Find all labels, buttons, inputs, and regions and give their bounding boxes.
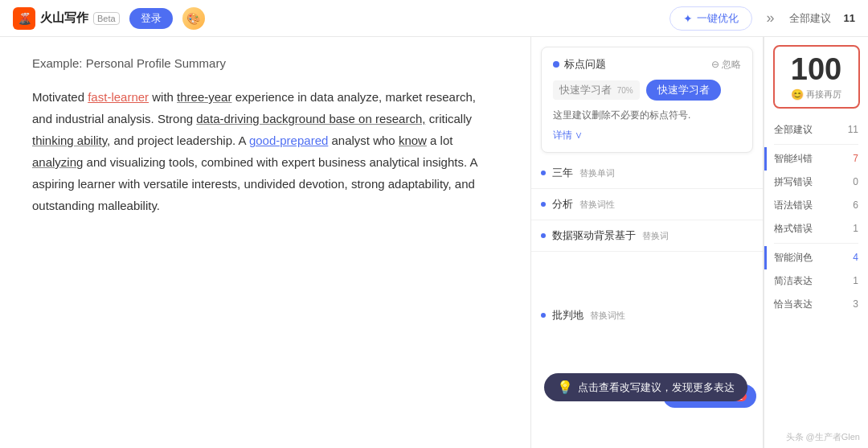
suggestion-item-2[interactable]: 分析 替换词性 [531,189,763,220]
sugg-text-2: 分析 [552,197,573,212]
card-desc: 这里建议删除不必要的标点符号. [553,109,741,122]
logo-area: 🌋 火山写作 Beta [13,7,120,30]
right-panel: 100 😊 再接再厉 全部建议 11 智能纠错 7 拼写错误 0 语法错误 [764,37,868,448]
sugg-tag-2[interactable]: 替换词性 [579,199,615,211]
card-dot [553,61,559,68]
sugg-dot-3 [541,233,546,238]
highlight-fast-learner[interactable]: fast-learner [88,90,149,104]
menu-count-spelling: 0 [853,176,858,187]
score-sub-text: 再接再厉 [806,88,841,101]
main-layout: Example: Personal Profile Summary Motiva… [0,37,868,448]
login-button[interactable]: 登录 [129,8,173,29]
suggestions-count: 11 [844,12,855,24]
doc-title: Example: Personal Profile Summary [32,56,498,70]
menu-count-polish: 4 [853,252,858,263]
menu-item-all[interactable]: 全部建议 11 [764,118,868,142]
menu-label-all: 全部建议 [774,123,848,137]
menu-item-concise[interactable]: 简洁表达 1 [764,269,868,293]
sugg-tag-1[interactable]: 替换单词 [579,167,615,179]
nav-more-button[interactable]: » [762,10,780,27]
highlight-good-prepared[interactable]: good-prepared [249,134,328,147]
suggestion-panel: 标点问题 ⊖ 忽略 快速学习者 70% 快速学习者 这里建议删除不必要的标点符号… [530,37,764,448]
suggestions-label: 全部建议 [789,11,831,26]
highlight-thinking-ability[interactable]: thinking ability [32,134,107,147]
beta-badge: Beta [93,12,120,25]
sugg-text-last: 批判地 [552,308,583,323]
suggestion-card: 标点问题 ⊖ 忽略 快速学习者 70% 快速学习者 这里建议删除不必要的标点符号… [541,47,753,153]
menu-divider-1 [774,144,858,145]
menu-item-format[interactable]: 格式错误 1 [764,217,868,240]
menu-label-smart-correct: 智能纠错 [774,152,853,166]
logo-icon: 🌋 [13,7,35,30]
watermark: 头条 @生产者Glen [786,431,860,443]
sugg-dot-1 [541,171,546,175]
doc-content: Motivated fast-learner with three-year e… [32,86,498,216]
optimize-icon: ✦ [683,12,693,25]
sugg-text-1: 三年 [552,166,573,180]
menu-count-appropriate: 3 [853,298,858,310]
sugg-tag-3[interactable]: 替换词 [642,230,669,242]
menu-label-appropriate: 恰当表达 [774,298,853,311]
menu-count-concise: 1 [853,275,858,286]
menu-item-polish[interactable]: 智能润色 4 [764,246,868,269]
original-score: 70% [617,86,633,95]
sugg-text-3: 数据驱动背景基于 [552,228,636,243]
highlight-three-year[interactable]: three-year [177,90,231,104]
original-word: 快速学习者 [559,84,612,96]
menu-count-smart-correct: 7 [853,153,858,164]
menu-label-polish: 智能润色 [774,251,853,265]
card-header: 标点问题 ⊖ 忽略 [553,57,741,72]
menu-count-format: 1 [853,223,858,234]
sugg-dot-2 [541,202,546,207]
card-detail-button[interactable]: 详情 ∨ [553,129,741,142]
suggestion-item-last[interactable]: 批判地 替换词性 [531,300,763,331]
logo-text: 火山写作 [40,10,88,26]
menu-label-format: 格式错误 [774,222,853,236]
highlight-know[interactable]: know [399,134,427,147]
top-navigation: 🌋 火山写作 Beta 登录 🎨 ✦ 一键优化 » 全部建议 11 [0,0,868,37]
card-type: 标点问题 [553,57,606,72]
menu-label-grammar: 语法错误 [774,199,853,212]
tooltip-popup: 💡 点击查看改写建议，发现更多表达 [544,373,747,401]
menu-label-spelling: 拼写错误 [774,175,853,189]
card-ignore-button[interactable]: ⊖ 忽略 [711,58,741,72]
suggestion-item-1[interactable]: 三年 替换单词 [531,158,763,189]
highlight-analyzing[interactable]: analyzing [32,155,83,169]
menu-item-spelling[interactable]: 拼写错误 0 [764,171,868,194]
menu-item-smart-correct[interactable]: 智能纠错 7 [764,147,868,171]
menu-count-all: 11 [848,124,858,135]
suggest-accept-button[interactable]: 快速学习者 [646,80,721,101]
original-text: 快速学习者 70% [553,80,640,100]
menu-item-grammar[interactable]: 语法错误 6 [764,194,868,217]
suggestion-item-3[interactable]: 数据驱动背景基于 替换词 [531,220,763,252]
optimize-label: 一键优化 [697,11,739,26]
score-box: 100 😊 再接再厉 [773,45,860,109]
menu-divider-2 [774,243,858,244]
score-number: 100 [783,53,850,87]
card-compare: 快速学习者 70% 快速学习者 [553,80,741,101]
highlight-data-driving[interactable]: data-driving background base on research… [196,112,425,125]
tooltip-icon: 💡 [557,380,573,395]
menu-label-concise: 简洁表达 [774,274,853,288]
score-emoji: 😊 [791,88,804,101]
tooltip-text: 点击查看改写建议，发现更多表达 [578,380,735,395]
optimize-button[interactable]: ✦ 一键优化 [669,6,752,31]
menu-item-appropriate[interactable]: 恰当表达 3 [764,293,868,316]
sugg-tag-last[interactable]: 替换词性 [590,310,625,322]
editor-area: Example: Personal Profile Summary Motiva… [0,37,530,448]
card-type-label: 标点问题 [564,57,606,72]
avatar: 🎨 [182,7,205,30]
right-menu: 全部建议 11 智能纠错 7 拼写错误 0 语法错误 6 格式错误 1 [764,115,868,319]
menu-count-grammar: 6 [853,199,858,211]
sugg-dot-last [541,313,546,318]
score-sub: 😊 再接再厉 [783,88,850,101]
